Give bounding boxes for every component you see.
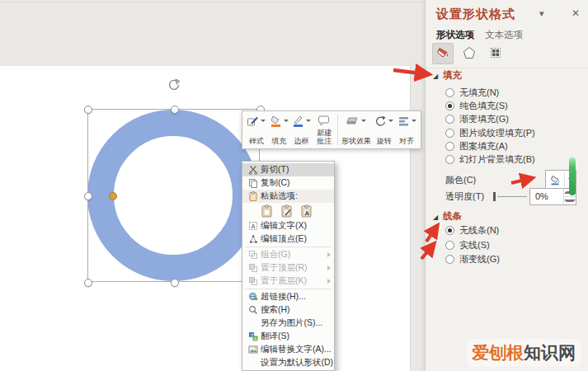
section-expand-icon[interactable]: ◢ xyxy=(433,73,438,80)
section-expand-icon[interactable]: ◢ xyxy=(433,214,438,221)
resize-handle-bottom-middle[interactable] xyxy=(171,279,179,287)
menu-item-bring-to-front[interactable]: 置于顶层(R) xyxy=(242,261,334,275)
send-to-back-icon xyxy=(245,276,261,286)
radio-icon[interactable] xyxy=(445,129,454,138)
paste-use-destination-theme-icon[interactable] xyxy=(260,204,274,218)
menu-item-hyperlink[interactable]: 超链接(H)... xyxy=(242,290,334,303)
resize-handle-left-middle[interactable] xyxy=(84,192,92,200)
shape-adjust-handle[interactable] xyxy=(109,192,117,200)
edit-points-icon xyxy=(245,234,261,244)
submenu-arrow-icon xyxy=(327,252,331,257)
menu-item-edit-text[interactable]: A 编辑文字(X) xyxy=(242,219,334,232)
toolbar-border-button[interactable]: 边框 xyxy=(290,113,313,147)
style-icon xyxy=(247,115,259,130)
menu-item-copy[interactable]: 复制(C) xyxy=(242,176,334,190)
paste-keep-source-formatting-icon[interactable] xyxy=(280,204,294,218)
menu-item-save-as-picture[interactable]: 另存为图片(S)... xyxy=(242,317,334,330)
submenu-arrow-icon xyxy=(327,265,331,270)
align-icon xyxy=(397,115,410,130)
menu-item-cut[interactable]: 剪切(T) xyxy=(242,163,334,176)
menu-item-search[interactable]: 搜索(H) xyxy=(242,303,334,317)
toolbar-rotate-button[interactable]: 旋转 xyxy=(373,113,396,147)
clipboard-icon xyxy=(245,191,261,201)
paint-bucket-small-icon xyxy=(546,174,564,186)
radio-icon[interactable] xyxy=(445,255,454,264)
menu-item-paste-options: 粘贴选项: xyxy=(242,190,334,203)
transparency-slider-track[interactable] xyxy=(497,196,527,197)
format-shape-panel: 设置形状格式 ▾ ✕ 形状选项 文本选项 ◢ 填充 无填充(N) 纯色填充(S)… xyxy=(425,0,588,371)
menu-item-edit-alt-text[interactable]: 编辑替换文字(A)... xyxy=(242,343,334,356)
tab-text-options[interactable]: 文本选项 xyxy=(485,29,523,41)
menu-divider xyxy=(245,247,332,247)
radio-icon[interactable] xyxy=(445,142,454,151)
alt-text-icon xyxy=(245,345,261,355)
menu-item-group[interactable]: 组合(G) xyxy=(242,248,334,261)
toolbar-align-button[interactable]: 对齐 xyxy=(396,113,419,147)
radio-selected-icon[interactable] xyxy=(445,101,454,110)
transparency-slider-thumb[interactable] xyxy=(493,192,496,201)
watermark: 爱刨根知识网 xyxy=(467,339,581,367)
hyperlink-icon xyxy=(245,292,261,302)
tab-shape-options[interactable]: 形状选项 xyxy=(436,29,474,41)
line-option-solid[interactable]: 实线(S) xyxy=(445,239,490,251)
paint-bucket-icon xyxy=(435,45,450,62)
rotate-handle-icon[interactable] xyxy=(167,78,181,92)
size-properties-tab-button[interactable] xyxy=(485,43,506,64)
scissors-icon xyxy=(245,165,261,175)
chevron-down-icon xyxy=(284,120,289,122)
border-icon xyxy=(292,115,304,130)
line-section-header[interactable]: 线条 xyxy=(443,210,462,223)
chevron-down-icon xyxy=(261,120,266,122)
fill-option-solid[interactable]: 纯色填充(S) xyxy=(445,100,508,112)
powerpoint-window: 样式 填充 边框 新建批注 形状效果 旋转 对齐 xyxy=(0,0,588,371)
shape-effects-icon xyxy=(346,115,360,130)
toolbar-style-button[interactable]: 样式 xyxy=(245,113,268,147)
pentagon-icon xyxy=(462,45,477,62)
fill-option-slide-background[interactable]: 幻灯片背景填充(B) xyxy=(445,153,535,166)
effects-tab-button[interactable] xyxy=(459,43,480,64)
toolbar-new-comment-button[interactable]: 新建批注 xyxy=(313,113,336,147)
fill-section-header[interactable]: 填充 xyxy=(443,69,462,82)
rotate-icon xyxy=(374,115,387,130)
svg-text:A: A xyxy=(305,209,310,217)
radio-icon[interactable] xyxy=(445,115,454,124)
panel-close-icon[interactable]: ✕ xyxy=(572,7,580,19)
color-label: 颜色(C) xyxy=(445,174,476,186)
fill-option-gradient[interactable]: 渐变填充(G) xyxy=(445,113,509,125)
spinner-down-icon[interactable] xyxy=(564,196,576,204)
panel-divider xyxy=(426,68,588,68)
size-properties-icon xyxy=(488,45,503,62)
radio-icon[interactable] xyxy=(445,88,454,97)
submenu-arrow-icon xyxy=(327,279,331,284)
edit-text-icon: A xyxy=(245,221,261,231)
line-option-none[interactable]: 无线条(N) xyxy=(445,224,499,237)
paste-as-text-icon[interactable]: A xyxy=(299,204,313,218)
panel-collapse-icon[interactable]: ▾ xyxy=(539,8,544,19)
toolbar-fill-button[interactable]: 填充 xyxy=(268,113,291,147)
menu-item-edit-points[interactable]: 编辑顶点(E) xyxy=(242,232,334,246)
fill-option-picture-texture[interactable]: 图片或纹理填充(P) xyxy=(445,127,535,139)
radio-icon[interactable] xyxy=(445,155,454,164)
panel-scrollbar-thumb[interactable] xyxy=(569,157,576,195)
chevron-down-icon xyxy=(306,120,311,122)
radio-icon[interactable] xyxy=(445,241,454,250)
transparency-value[interactable]: 0% xyxy=(530,189,563,204)
resize-handle-top-middle[interactable] xyxy=(171,106,179,114)
chevron-down-icon xyxy=(412,120,416,122)
menu-item-translate[interactable]: 文A 翻译(S) xyxy=(242,330,334,343)
copy-icon xyxy=(245,178,261,188)
resize-handle-top-left[interactable] xyxy=(84,106,92,114)
line-option-gradient[interactable]: 渐变线(G) xyxy=(445,253,500,265)
fill-option-pattern[interactable]: 图案填充(A) xyxy=(445,140,508,153)
chevron-down-icon xyxy=(388,120,393,122)
toolbar-separator xyxy=(337,115,338,145)
resize-handle-bottom-left[interactable] xyxy=(84,279,92,287)
watermark-highlight: 爱刨根 xyxy=(472,343,524,362)
fill-and-line-tab-button[interactable] xyxy=(432,43,454,64)
fill-option-none[interactable]: 无填充(N) xyxy=(445,87,499,99)
menu-item-set-default-shape[interactable]: 设置为默认形状(D) xyxy=(242,356,334,369)
toolbar-shape-effects-button[interactable]: 形状效果 xyxy=(340,113,373,147)
panel-title: 设置形状格式 xyxy=(436,7,515,22)
radio-selected-icon[interactable] xyxy=(445,226,454,235)
menu-item-send-to-back[interactable]: 置于底层(K) xyxy=(242,275,334,288)
